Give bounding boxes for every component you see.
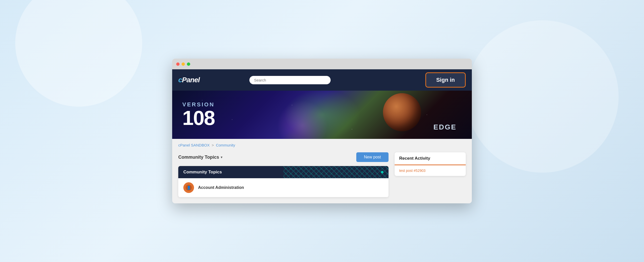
title-bar [172, 59, 472, 69]
banner: VERSION 108 EDGE [172, 91, 472, 139]
minimize-button[interactable] [182, 62, 185, 66]
table-row[interactable]: 👤 Account Administration [178, 178, 389, 197]
planet-decoration [383, 93, 421, 131]
breadcrumb: cPanel SANDBOX > Community [178, 143, 466, 147]
maximize-button[interactable] [187, 62, 190, 66]
topics-card: Community Topics 👤 Account Administratio… [178, 166, 389, 197]
edge-label: EDGE [433, 123, 457, 131]
recent-activity-link[interactable]: test post #52903 [399, 169, 426, 173]
recent-activity-header: Recent Activity [395, 152, 466, 165]
topics-card-header: Community Topics [178, 166, 389, 178]
main-layout: Community Topics ▾ New post Community To… [178, 152, 466, 197]
version-number: 108 [182, 108, 215, 128]
person-icon: 👤 [187, 186, 191, 190]
topic-name: Account Administration [198, 185, 244, 190]
search-bar [249, 76, 331, 84]
topics-dropdown-label: Community Topics [178, 155, 219, 160]
topics-card-header-dot [381, 171, 383, 173]
content-area: cPanel SANDBOX > Community Community Top… [172, 139, 472, 203]
topics-card-header-label: Community Topics [183, 170, 222, 175]
left-column: Community Topics ▾ New post Community To… [178, 152, 389, 197]
breadcrumb-separator: > [212, 143, 214, 147]
right-column: Recent Activity test post #52903 [395, 152, 466, 176]
new-post-button[interactable]: New post [356, 152, 389, 162]
recent-activity-card: Recent Activity test post #52903 [395, 152, 466, 176]
site-header: cPanel Sign in [172, 69, 472, 91]
chevron-down-icon: ▾ [221, 155, 222, 159]
topic-icon-inner: 👤 [186, 185, 192, 191]
cpanel-logo: cPanel [178, 76, 200, 84]
sign-in-button[interactable]: Sign in [425, 72, 466, 88]
topic-icon: 👤 [183, 182, 194, 193]
recent-activity-body: test post #52903 [395, 165, 466, 176]
search-input[interactable] [249, 76, 331, 84]
breadcrumb-root-link[interactable]: cPanel SANDBOX [178, 143, 210, 147]
browser-window: cPanel Sign in VERSION 108 EDGE cPanel S… [172, 59, 472, 203]
breadcrumb-current: Community [216, 143, 235, 147]
recent-activity-title: Recent Activity [399, 156, 461, 161]
nebula-green [284, 91, 360, 139]
close-button[interactable] [176, 62, 180, 66]
topics-header-row: Community Topics ▾ New post [178, 152, 389, 162]
banner-text: VERSION 108 [182, 101, 215, 128]
topics-dropdown[interactable]: Community Topics ▾ [178, 155, 222, 160]
